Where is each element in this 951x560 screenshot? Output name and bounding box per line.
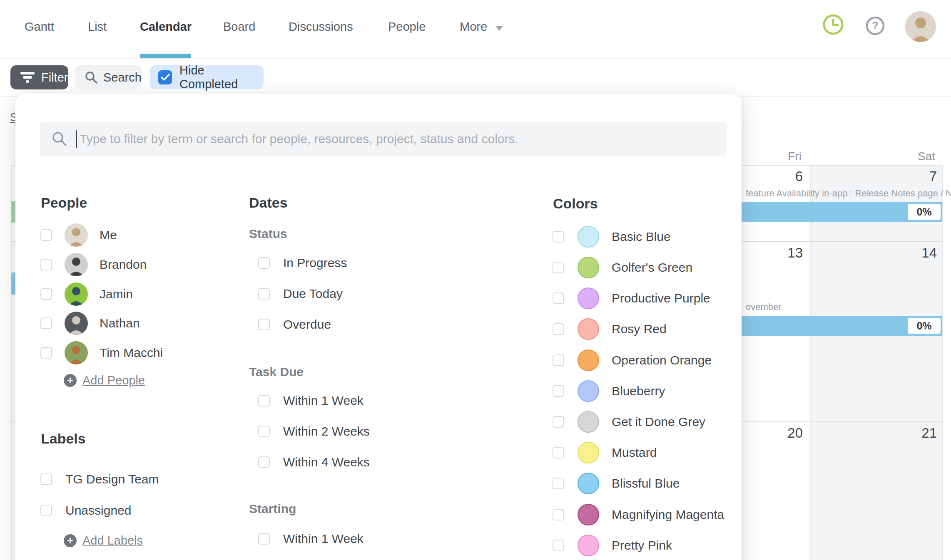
date-checkbox[interactable] bbox=[258, 288, 270, 300]
tab-discussions[interactable]: Discussions bbox=[289, 20, 353, 34]
color-filter-row[interactable]: Blueberry bbox=[553, 380, 665, 402]
color-filter-row[interactable]: Rosy Red bbox=[553, 318, 667, 340]
person-filter-row[interactable]: Brandon bbox=[40, 253, 147, 277]
color-checkbox[interactable] bbox=[553, 385, 564, 397]
calendar-date[interactable]: 13 bbox=[761, 245, 803, 261]
color-filter-row[interactable]: Mustard bbox=[553, 441, 657, 464]
date-filter-row[interactable]: Within 2 Weeks bbox=[258, 424, 370, 439]
person-name: Nathan bbox=[100, 316, 140, 330]
calendar-task-bar-fragment[interactable] bbox=[11, 201, 15, 223]
date-checkbox[interactable] bbox=[258, 257, 270, 269]
color-filter-row[interactable]: Blissful Blue bbox=[553, 472, 680, 495]
calendar-task-title[interactable]: feature Availability in-app : Release No… bbox=[746, 188, 951, 199]
calendar-task-title[interactable]: ovember bbox=[746, 302, 782, 312]
color-filter-row[interactable]: Pretty Pink bbox=[553, 534, 672, 557]
date-checkbox[interactable] bbox=[258, 395, 270, 406]
color-name: Operation Orange bbox=[612, 353, 712, 367]
person-filter-row[interactable]: Me bbox=[40, 223, 117, 247]
calendar-week-link-fragment[interactable]: Su bbox=[10, 111, 16, 124]
color-swatch bbox=[578, 535, 599, 556]
person-checkbox[interactable] bbox=[40, 288, 52, 300]
calendar-gridline-vertical bbox=[810, 165, 811, 560]
search-icon bbox=[52, 131, 67, 146]
color-checkbox[interactable] bbox=[553, 540, 564, 551]
date-checkbox[interactable] bbox=[258, 426, 270, 437]
filter-search-input[interactable]: Type to filter by term or search for peo… bbox=[40, 122, 727, 156]
calendar-date[interactable]: 6 bbox=[761, 168, 803, 184]
chevron-down-icon bbox=[495, 26, 503, 31]
person-filter-row[interactable]: Nathan bbox=[40, 311, 140, 335]
color-filter-row[interactable]: Get it Done Grey bbox=[553, 411, 705, 433]
color-checkbox[interactable] bbox=[553, 354, 564, 366]
date-filter-row[interactable]: In Progress bbox=[258, 256, 347, 270]
starting-group-heading: Starting bbox=[249, 502, 296, 516]
search-icon bbox=[85, 71, 97, 84]
help-icon[interactable]: ? bbox=[865, 16, 885, 37]
color-checkbox[interactable] bbox=[553, 323, 564, 335]
label-filter-row[interactable]: Unassigned bbox=[40, 503, 131, 518]
calendar-date[interactable]: 20 bbox=[761, 425, 803, 441]
avatar bbox=[65, 282, 88, 306]
color-name: Get it Done Grey bbox=[612, 415, 705, 429]
date-checkbox[interactable] bbox=[258, 319, 270, 330]
person-name: Brandon bbox=[100, 258, 147, 272]
date-option-label: Overdue bbox=[283, 317, 331, 332]
color-checkbox[interactable] bbox=[553, 509, 564, 520]
label-filter-row[interactable]: TG Design Team bbox=[40, 472, 159, 486]
label-checkbox[interactable] bbox=[40, 505, 52, 516]
color-checkbox[interactable] bbox=[553, 231, 564, 243]
user-avatar[interactable] bbox=[905, 11, 936, 42]
people-section-heading: People bbox=[41, 195, 87, 211]
person-checkbox[interactable] bbox=[40, 229, 52, 241]
date-checkbox[interactable] bbox=[258, 456, 270, 468]
color-filter-row[interactable]: Magnifying Magenta bbox=[553, 503, 724, 526]
tab-gantt[interactable]: Gantt bbox=[25, 20, 54, 34]
tab-people[interactable]: People bbox=[388, 20, 426, 34]
date-filter-row[interactable]: Overdue bbox=[258, 317, 331, 332]
search-button[interactable]: Search bbox=[75, 65, 142, 89]
time-tracking-icon[interactable] bbox=[822, 14, 844, 37]
date-filter-row[interactable]: Within 4 Weeks bbox=[258, 455, 370, 469]
color-checkbox[interactable] bbox=[553, 447, 564, 458]
person-checkbox[interactable] bbox=[40, 259, 52, 270]
color-name: Blueberry bbox=[612, 384, 665, 398]
calendar-date[interactable]: 7 bbox=[895, 168, 937, 184]
person-filter-row[interactable]: Tim Macchi bbox=[40, 341, 163, 365]
label-checkbox[interactable] bbox=[40, 473, 52, 485]
add-people-link[interactable]: + Add People bbox=[64, 374, 145, 387]
calendar-task-bar-fragment[interactable] bbox=[11, 273, 15, 295]
color-swatch bbox=[578, 442, 599, 463]
color-filter-row[interactable]: Basic Blue bbox=[553, 225, 671, 248]
date-filter-row[interactable]: Due Today bbox=[258, 287, 343, 301]
date-option-label: Due Today bbox=[283, 287, 343, 301]
person-filter-row[interactable]: Jamin bbox=[40, 282, 133, 306]
color-filter-row[interactable]: Operation Orange bbox=[553, 349, 712, 372]
color-name: Productive Purple bbox=[612, 291, 710, 305]
tab-list[interactable]: List bbox=[88, 20, 107, 34]
app-window: Su Fri Sat 6 7 feature Availability in-a… bbox=[0, 0, 951, 560]
tab-calendar[interactable]: Calendar bbox=[140, 20, 192, 34]
color-filter-row[interactable]: Productive Purple bbox=[553, 287, 710, 310]
color-checkbox[interactable] bbox=[553, 478, 564, 489]
date-filter-row[interactable]: Within 1 Week bbox=[258, 394, 363, 408]
color-checkbox[interactable] bbox=[553, 262, 564, 273]
hide-completed-checkbox[interactable] bbox=[158, 70, 172, 84]
color-filter-row[interactable]: Golfer's Green bbox=[553, 256, 692, 279]
person-checkbox[interactable] bbox=[40, 347, 52, 359]
color-swatch bbox=[578, 504, 599, 525]
tab-more[interactable]: More bbox=[460, 20, 487, 34]
avatar bbox=[65, 253, 88, 276]
hide-completed-toggle[interactable]: Hide Completed bbox=[150, 65, 264, 89]
date-checkbox[interactable] bbox=[258, 533, 270, 545]
color-name: Basic Blue bbox=[612, 230, 671, 244]
label-name: TG Design Team bbox=[65, 472, 159, 486]
color-checkbox[interactable] bbox=[553, 292, 564, 304]
calendar-date[interactable]: 14 bbox=[895, 245, 937, 261]
calendar-date[interactable]: 21 bbox=[895, 425, 937, 441]
person-checkbox[interactable] bbox=[40, 317, 52, 329]
add-labels-link[interactable]: + Add Labels bbox=[64, 534, 143, 548]
filter-button[interactable]: Filter bbox=[10, 65, 68, 89]
date-filter-row[interactable]: Within 1 Week bbox=[258, 532, 363, 546]
color-checkbox[interactable] bbox=[553, 416, 564, 428]
tab-board[interactable]: Board bbox=[223, 20, 255, 34]
